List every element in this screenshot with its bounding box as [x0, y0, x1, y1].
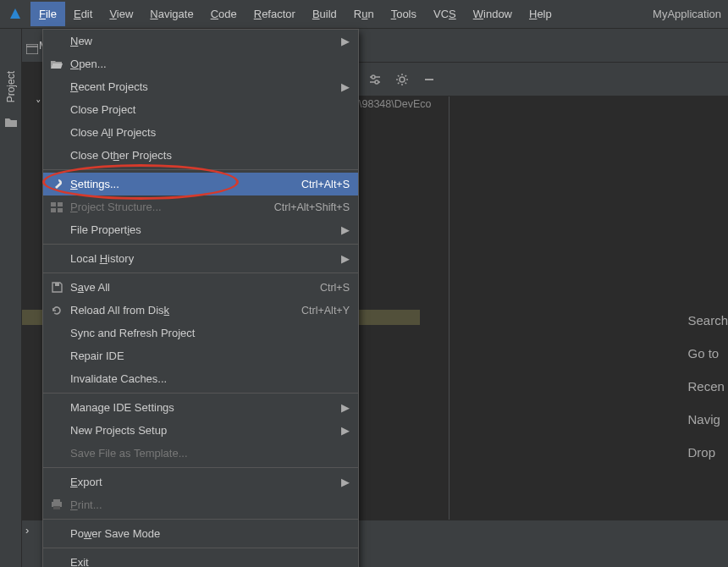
- menubar-item-window[interactable]: Window: [465, 2, 521, 26]
- menu-separator: [43, 393, 358, 394]
- svg-point-6: [400, 77, 405, 82]
- menu-item-sync-and-refresh-project[interactable]: Sync and Refresh Project: [43, 322, 358, 344]
- reload-icon: [50, 304, 63, 317]
- menu-item-project-structure: Project Structure...Ctrl+Alt+Shift+S: [43, 195, 358, 218]
- svg-rect-20: [55, 283, 59, 286]
- chevron-down-icon[interactable]: ˅: [36, 98, 41, 111]
- editor-toolbar: [359, 63, 728, 96]
- menu-item-label: Exit: [70, 556, 89, 567]
- menubar-item-tools[interactable]: Tools: [383, 2, 425, 26]
- menu-shortcut: Ctrl+Alt+S: [301, 179, 350, 190]
- hint-line: Drop: [687, 445, 728, 460]
- menubar-item-code[interactable]: Code: [202, 2, 245, 26]
- menubar-item-vcs[interactable]: VCS: [425, 2, 465, 26]
- menubar-item-view[interactable]: View: [101, 2, 141, 26]
- svg-line-13: [398, 82, 399, 83]
- menubar-item-help[interactable]: Help: [521, 2, 560, 26]
- menu-item-new[interactable]: New▶: [43, 30, 358, 52]
- menu-item-label: Recent Projects: [70, 80, 148, 93]
- window-title: MyApplication: [653, 8, 728, 20]
- hint-line: Go to: [687, 346, 728, 361]
- menu-item-manage-ide-settings[interactable]: Manage IDE Settings▶: [43, 396, 358, 419]
- menu-item-recent-projects[interactable]: Recent Projects▶: [43, 75, 358, 98]
- file-menu-dropdown: New▶Open...Recent Projects▶Close Project…: [42, 29, 359, 567]
- menubar: FileEditViewNavigateCodeRefactorBuildRun…: [0, 0, 728, 29]
- hint-line: Navig: [687, 412, 728, 427]
- menu-item-save-file-as-template: Save File as Template...: [43, 442, 358, 465]
- save-icon: [50, 281, 63, 295]
- menu-shortcut: Ctrl+Alt+Shift+S: [274, 201, 350, 213]
- folder-open-icon: [50, 58, 63, 71]
- menubar-item-run[interactable]: Run: [345, 2, 383, 26]
- menu-item-label: New Projects Setup: [70, 424, 167, 437]
- svg-line-14: [405, 75, 406, 76]
- submenu-arrow-icon: ▶: [341, 476, 350, 488]
- menu-item-label: Print...: [70, 498, 102, 511]
- menu-separator: [43, 244, 358, 245]
- menu-separator: [43, 548, 358, 548]
- submenu-arrow-icon: ▶: [341, 424, 350, 437]
- menu-item-repair-ide[interactable]: Repair IDE: [43, 344, 358, 367]
- svg-rect-17: [58, 202, 63, 206]
- menubar-item-edit[interactable]: Edit: [65, 2, 101, 26]
- main-area: M P ˅ \98348\DevEco Search Go to Recen N…: [22, 29, 728, 567]
- submenu-arrow-icon: ▶: [341, 35, 350, 47]
- menubar-item-build[interactable]: Build: [304, 2, 345, 26]
- menu-item-open[interactable]: Open...: [43, 52, 358, 75]
- menu-item-power-save-mode[interactable]: Power Save Mode: [43, 522, 358, 545]
- hint-line: Recen: [687, 379, 728, 394]
- menu-item-file-properties[interactable]: File Properties▶: [43, 218, 358, 241]
- menu-item-save-all[interactable]: Save AllCtrl+S: [43, 276, 358, 299]
- menu-item-local-history[interactable]: Local History▶: [43, 247, 358, 270]
- splitter[interactable]: [449, 96, 449, 547]
- menu-item-label: Close All Projects: [70, 126, 156, 139]
- menu-item-label: Export: [70, 476, 102, 488]
- menu-item-label: Save File as Template...: [70, 447, 188, 460]
- menu-item-label: Close Other Projects: [70, 149, 172, 162]
- project-structure-icon: [50, 201, 63, 214]
- settings-sliders-icon[interactable]: [367, 72, 383, 87]
- menu-item-close-other-projects[interactable]: Close Other Projects: [43, 144, 358, 167]
- menu-separator: [43, 272, 358, 273]
- menu-separator: [43, 169, 358, 170]
- menubar-item-file[interactable]: File: [30, 2, 65, 26]
- menu-shortcut: Ctrl+S: [320, 282, 350, 294]
- window-icon: [25, 42, 39, 56]
- gear-icon[interactable]: [394, 72, 410, 87]
- menu-item-label: Open...: [70, 58, 107, 70]
- menu-item-label: Save All: [70, 281, 110, 294]
- menu-item-export[interactable]: Export▶: [43, 471, 358, 493]
- menubar-item-navigate[interactable]: Navigate: [141, 2, 201, 26]
- svg-rect-16: [51, 202, 56, 206]
- menu-item-close-all-projects[interactable]: Close All Projects: [43, 121, 358, 144]
- svg-rect-0: [26, 44, 38, 54]
- menu-item-close-project[interactable]: Close Project: [43, 98, 358, 121]
- menu-item-label: Project Structure...: [70, 201, 162, 213]
- submenu-arrow-icon: ▶: [341, 252, 350, 265]
- folder-icon[interactable]: [4, 116, 18, 129]
- hint-line: Search: [687, 313, 728, 328]
- chevron-right-icon[interactable]: ›: [25, 524, 29, 537]
- svg-rect-19: [58, 208, 63, 212]
- menu-item-label: Reload All from Disk: [70, 304, 169, 317]
- menu-item-label: Close Project: [70, 103, 135, 116]
- menu-item-invalidate-caches[interactable]: Invalidate Caches...: [43, 367, 358, 390]
- menubar-item-refactor[interactable]: Refactor: [245, 2, 304, 26]
- submenu-arrow-icon: ▶: [341, 401, 350, 414]
- left-tool-gutter: Project: [0, 29, 22, 567]
- menu-item-settings[interactable]: Settings...Ctrl+Alt+S: [43, 173, 358, 195]
- svg-point-4: [372, 75, 375, 79]
- svg-rect-21: [53, 499, 60, 502]
- menu-item-label: Settings...: [70, 178, 119, 190]
- menu-item-reload-all-from-disk[interactable]: Reload All from DiskCtrl+Alt+Y: [43, 299, 358, 322]
- wrench-icon: [50, 178, 63, 191]
- menu-item-label: New: [70, 35, 92, 47]
- submenu-arrow-icon: ▶: [341, 80, 350, 93]
- menu-item-exit[interactable]: Exit: [43, 551, 358, 567]
- svg-point-5: [375, 80, 378, 84]
- menu-item-new-projects-setup[interactable]: New Projects Setup▶: [43, 419, 358, 442]
- menu-item-label: Manage IDE Settings: [70, 401, 174, 414]
- menu-item-label: Sync and Refresh Project: [70, 327, 195, 339]
- minimize-icon[interactable]: [422, 72, 437, 87]
- project-tool-button[interactable]: Project: [5, 71, 17, 102]
